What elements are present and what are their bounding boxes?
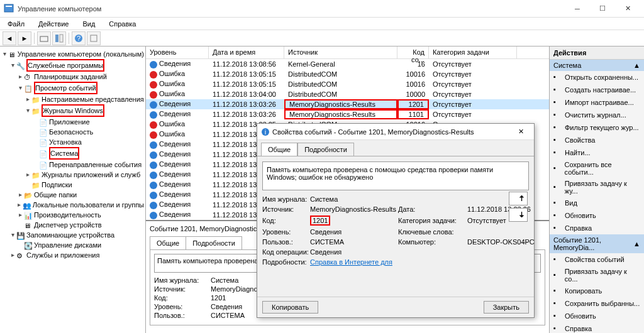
disk-icon: 💽 <box>24 241 33 249</box>
dlg-value-code: 1201 <box>310 216 330 226</box>
table-row[interactable]: Сведения11.12.2018 13:03:26MemoryDiagnos… <box>146 99 549 109</box>
tree-security[interactable]: Безопасность <box>49 127 93 137</box>
menu-help[interactable]: Справка <box>105 19 140 29</box>
action-item[interactable]: ▪Сохранить все событи... <box>550 159 644 178</box>
storage-icon: 💾 <box>16 231 25 239</box>
table-row[interactable]: Сведения11.12.2018 13:03:26MemoryDiagnos… <box>146 109 549 119</box>
action-icon: ▪ <box>553 183 562 192</box>
folder-icon: 📁 <box>31 106 40 115</box>
maximize-button[interactable]: ☐ <box>590 1 615 16</box>
tree-perf[interactable]: Производительность <box>34 210 101 220</box>
col-code[interactable]: Код со... <box>397 46 429 58</box>
copy-button[interactable]: Копировать <box>262 301 318 314</box>
close-dialog-button[interactable]: Закрыть <box>484 301 529 314</box>
users-icon: 👥 <box>23 200 31 209</box>
action-item[interactable]: ▪Открыть сохраненны... <box>550 71 644 84</box>
tree-users[interactable]: Локальные пользователи и группы <box>33 200 144 210</box>
action-icon: ▪ <box>553 123 562 132</box>
action-item[interactable]: ▪Привязать задачу к со... <box>550 266 644 285</box>
action-item[interactable]: ▪Обновить <box>550 209 644 222</box>
action-icon: ▪ <box>553 111 562 119</box>
tree-setup[interactable]: Установка <box>49 137 82 147</box>
services-icon: ⚙ <box>16 251 25 259</box>
tree-services[interactable]: Службы и приложения <box>26 250 99 260</box>
action-item[interactable]: ▪Справка <box>550 222 644 234</box>
action-item[interactable]: ▪Обновить <box>550 310 644 322</box>
table-row[interactable]: Ошибка11.12.2018 13:04:00DistributedCOM1… <box>146 89 549 99</box>
dialog-close-button[interactable]: ✕ <box>511 128 530 136</box>
tree-win-logs[interactable]: Журналы Windows <box>42 104 104 117</box>
tree-forwarded[interactable]: Перенаправленные события <box>49 160 142 170</box>
svg-text:i: i <box>265 128 266 136</box>
dlg-label-kw: Ключевые слова: <box>398 228 467 236</box>
close-button[interactable]: ✕ <box>615 1 640 16</box>
svg-rect-4 <box>60 35 63 42</box>
tree-system[interactable]: Система <box>49 147 79 160</box>
table-row[interactable]: Ошибка11.12.2018 13:05:15DistributedCOM1… <box>146 69 549 79</box>
action-item[interactable]: ▪Вид <box>550 197 644 209</box>
menu-view[interactable]: Вид <box>79 19 99 29</box>
action-item[interactable]: ▪Свойства событий <box>550 253 644 266</box>
col-category[interactable]: Категория задачи <box>429 46 517 58</box>
back-button[interactable]: ◄ <box>3 31 16 45</box>
tools-icon: 🔧 <box>16 61 25 70</box>
action-item[interactable]: ▪Импорт настраивае... <box>550 96 644 109</box>
dlg-help-link[interactable]: Справка в Интернете для <box>310 258 392 266</box>
tree-scheduler[interactable]: Планировщик заданий <box>34 72 107 82</box>
help-button[interactable]: ? <box>72 31 86 45</box>
tree-event-viewer[interactable]: Просмотр событий <box>34 82 97 94</box>
tree-diskmgr[interactable]: Управление дисками <box>34 240 101 250</box>
tree-storage[interactable]: Запоминающие устройства <box>26 230 114 240</box>
action-item[interactable]: ▪Очистить журнал... <box>550 109 644 121</box>
dlg-label-src: Источник: <box>262 205 310 213</box>
toolbar-btn-2[interactable] <box>52 31 66 45</box>
action-item[interactable]: ▪Сохранить выбранны... <box>550 297 644 310</box>
col-level[interactable]: Уровень <box>146 46 209 58</box>
event-icon: 📋 <box>24 84 33 92</box>
table-row[interactable]: Ошибка11.12.2018 13:05:15DistributedCOM1… <box>146 79 549 89</box>
dlg-label-log: Имя журнала: <box>262 195 310 203</box>
tree-utilities[interactable]: Служебные программы <box>26 59 104 72</box>
action-item[interactable]: ▪Найти... <box>550 146 644 159</box>
tree-subscriptions[interactable]: Подписки <box>42 180 72 190</box>
computer-icon: 🖥 <box>8 50 16 58</box>
shared-icon: 📂 <box>24 190 33 199</box>
action-item[interactable]: ▪Свойства <box>550 134 644 146</box>
dialog-tab-general[interactable]: Общие <box>261 143 297 156</box>
menu-file[interactable]: Файл <box>4 19 28 29</box>
folder-icon: 📁 <box>31 170 40 179</box>
tree-custom-views[interactable]: Настраиваемые представления <box>42 94 144 104</box>
action-icon: ▪ <box>553 224 562 232</box>
tree-app[interactable]: Приложение <box>49 117 90 127</box>
log-icon: 📄 <box>39 160 48 169</box>
action-item[interactable]: ▪Создать настраивае... <box>550 84 644 96</box>
action-item[interactable]: ▪Справка <box>550 322 644 333</box>
collapse-icon[interactable]: ▲ <box>633 240 640 248</box>
preview-tab-general[interactable]: Общие <box>150 236 186 249</box>
col-source[interactable]: Источник <box>284 46 397 58</box>
minimize-button[interactable]: ─ <box>565 1 590 16</box>
tree-shared[interactable]: Общие папки <box>34 190 77 200</box>
tree-app-logs[interactable]: Журналы приложений и служб <box>42 170 140 180</box>
tree-root[interactable]: Управление компьютером (локальным) <box>18 49 144 59</box>
dlg-value-log: Система <box>310 195 398 203</box>
action-item[interactable]: ▪Фильтр текущего жур... <box>550 121 644 134</box>
toolbar-btn-1[interactable] <box>37 31 51 45</box>
menu-action[interactable]: Действие <box>35 19 72 29</box>
collapse-icon[interactable]: ▲ <box>633 62 640 69</box>
action-item[interactable]: ▪Привязать задачу к жу... <box>550 178 644 197</box>
tree-devmgr[interactable]: Диспетчер устройств <box>34 220 102 230</box>
col-datetime[interactable]: Дата и время <box>209 46 284 58</box>
action-icon: ▪ <box>553 199 562 207</box>
action-icon: ▪ <box>553 211 562 220</box>
preview-tab-details[interactable]: Подробности <box>186 236 242 249</box>
toolbar-btn-3[interactable] <box>87 31 101 45</box>
action-item[interactable]: ▪Копировать <box>550 285 644 297</box>
nav-tree[interactable]: ▾🖥Управление компьютером (локальным) ▾🔧С… <box>0 46 146 333</box>
prev-event-button[interactable]: 🠅 <box>509 192 528 205</box>
forward-button[interactable]: ► <box>18 31 31 45</box>
dialog-tab-details[interactable]: Подробности <box>297 143 354 156</box>
action-icon: ▪ <box>553 287 562 295</box>
table-row[interactable]: Сведения11.12.2018 13:08:56Kernel-Genera… <box>146 59 549 69</box>
next-event-button[interactable]: 🠇 <box>509 208 528 222</box>
